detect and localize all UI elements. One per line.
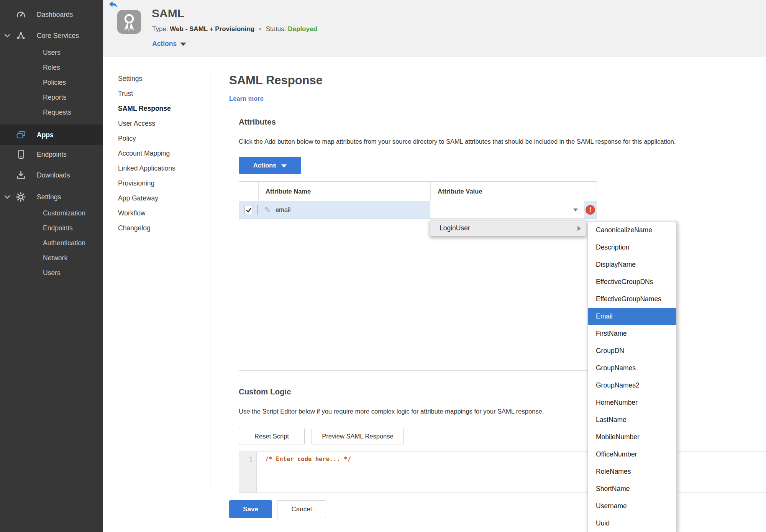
type-value: Web - SAML + Provisioning [170, 25, 254, 33]
nav-item[interactable]: Linked Applications [118, 161, 198, 176]
attributes-table: Attribute Name Attribute Value ✎ email ! [239, 181, 597, 371]
nav-item[interactable]: Provisioning [118, 176, 198, 191]
sidebar-item-core-services[interactable]: Core Services [0, 27, 103, 44]
select-column-header [239, 182, 258, 201]
row-select-cell [239, 201, 258, 218]
editor-code-area[interactable]: /* Enter code here... */ [257, 452, 766, 493]
nav-item[interactable]: Policy [118, 131, 198, 146]
sidebar-item-label: Settings [37, 193, 61, 201]
sidebar-item-settings[interactable]: Settings [0, 189, 103, 205]
attribute-name-column-header: Attribute Name [258, 182, 430, 201]
sidebar-item-apps[interactable]: Apps [0, 125, 103, 145]
attributes-description: Click the Add button below to map attrib… [239, 138, 676, 145]
app-meta: Type: Web - SAML + Provisioning • Status… [152, 25, 317, 33]
nav-item[interactable]: SAML Response [118, 101, 198, 116]
submenu-item[interactable]: MobileNumber [588, 429, 676, 446]
attribute-value-dropdown[interactable] [430, 201, 584, 218]
submenu-item[interactable]: Description [588, 239, 676, 256]
apps-icon [15, 130, 27, 140]
nav-item[interactable]: Trust [118, 86, 198, 101]
sidebar-item-label: Core Services [37, 32, 79, 40]
app-badge-icon [117, 10, 141, 34]
sidebar-item-label: Endpoints [37, 151, 67, 159]
submenu-item[interactable]: RoleNames [588, 463, 676, 480]
status-badge: Deployed [288, 25, 317, 33]
learn-more-link[interactable]: Learn more [229, 95, 264, 102]
sidebar-item-downloads[interactable]: Downloads [0, 167, 103, 184]
attributes-actions-button[interactable]: Actions [239, 157, 301, 174]
sidebar-subitem[interactable]: Requests [0, 105, 103, 120]
sidebar-subitem[interactable]: Customization [0, 206, 103, 221]
sidebar-subitem[interactable]: Network [0, 251, 103, 266]
submenu-item[interactable]: GroupNames2 [588, 377, 676, 394]
nav-item[interactable]: Workflow [118, 206, 198, 221]
submenu-item[interactable]: CanonicalizeName [588, 222, 676, 239]
custom-logic-description: Use the Script Editor below if you requi… [239, 408, 544, 415]
submenu-item[interactable]: OfficeNumber [588, 446, 676, 463]
header-actions-menu[interactable]: Actions [152, 40, 186, 48]
submenu-arrow-icon [577, 226, 581, 231]
editor-line-number: 1 [239, 452, 257, 493]
submenu-item[interactable]: EffectiveGroupDNs [588, 273, 676, 291]
reset-script-label: Reset Script [254, 433, 289, 440]
settings-children: CustomizationEndpointsAuthenticationNetw… [0, 206, 103, 281]
sidebar-item-label: Dashboards [37, 11, 73, 19]
nav-item[interactable]: Settings [118, 71, 198, 86]
submenu-item[interactable]: Uuid [588, 515, 676, 532]
save-button[interactable]: Save [229, 500, 272, 518]
sidebar-subitem[interactable]: Users [0, 45, 103, 60]
custom-logic-heading: Custom Logic [239, 387, 291, 396]
sidebar-item-dashboards[interactable]: Dashboards [0, 6, 103, 23]
chevron-down-icon[interactable] [4, 195, 10, 199]
submenu-item[interactable]: LastName [588, 411, 676, 429]
sidebar-subitem[interactable]: Roles [0, 60, 103, 75]
nav-item[interactable]: Account Mapping [118, 146, 198, 161]
sidebar-subitem[interactable]: Reports [0, 90, 103, 105]
error-icon: ! [586, 205, 595, 215]
caret-down-icon [180, 43, 186, 46]
nav-item[interactable]: Changelog [118, 221, 198, 236]
app-header: SAML Type: Web - SAML + Provisioning • S… [103, 0, 766, 57]
submenu-item[interactable]: Email [588, 308, 676, 325]
actions-button-label: Actions [253, 162, 277, 169]
row-checkbox[interactable] [244, 206, 253, 214]
nav-item[interactable]: App Gateway [118, 191, 198, 206]
sidebar-subitem[interactable]: Authentication [0, 236, 103, 251]
sidebar-subitem[interactable]: Users [0, 266, 103, 281]
sidebar-item-endpoints[interactable]: Endpoints [0, 146, 103, 163]
app-settings-nav: SettingsTrustSAML ResponseUser AccessPol… [118, 71, 198, 236]
row-error-cell: ! [584, 201, 597, 218]
type-label: Type: [152, 25, 168, 33]
submenu-item[interactable]: DisplayName [588, 256, 676, 273]
submenu-item[interactable]: GroupDN [588, 342, 676, 360]
attribute-value-column-header: Attribute Value [430, 182, 597, 201]
phone-icon [15, 149, 27, 159]
core-services-children: UsersRolesPoliciesReportsRequests [0, 45, 103, 120]
table-row: ✎ email ! [239, 201, 597, 219]
value-menu-item-loginuser[interactable]: LoginUser [430, 224, 470, 232]
script-editor: 1 /* Enter code here... */ [239, 452, 766, 493]
nav-item[interactable]: User Access [118, 116, 198, 131]
submenu-item[interactable]: ShortName [588, 480, 676, 498]
sidebar-subitem[interactable]: Policies [0, 75, 103, 90]
submenu-item[interactable]: FirstName [588, 325, 676, 342]
back-arrow-icon[interactable] [108, 1, 118, 8]
app-title: SAML [152, 7, 184, 20]
services-hub-icon [15, 31, 27, 40]
sidebar-subitem[interactable]: Endpoints [0, 221, 103, 236]
sidebar-item-label: Apps [37, 131, 54, 139]
chevron-down-icon[interactable] [4, 33, 10, 38]
app-window: Dashboards Core Services UsersRolesPolic… [0, 0, 766, 532]
submenu-item[interactable]: HomeNumber [588, 394, 676, 411]
submenu-item[interactable]: Username [588, 498, 676, 515]
preview-saml-response-button[interactable]: Preview SAML Response [312, 428, 404, 445]
cancel-button[interactable]: Cancel [277, 500, 326, 518]
gauge-icon [15, 10, 27, 19]
submenu-item[interactable]: EffectiveGroupNames [588, 291, 676, 308]
page-title: SAML Response [229, 74, 323, 87]
attribute-name-cell[interactable]: ✎ email [258, 201, 430, 218]
attribute-value-menu[interactable]: LoginUser [430, 220, 586, 236]
submenu-item[interactable]: GroupNames [588, 360, 676, 377]
reset-script-button[interactable]: Reset Script [239, 428, 305, 445]
dropdown-caret-icon [573, 209, 578, 212]
